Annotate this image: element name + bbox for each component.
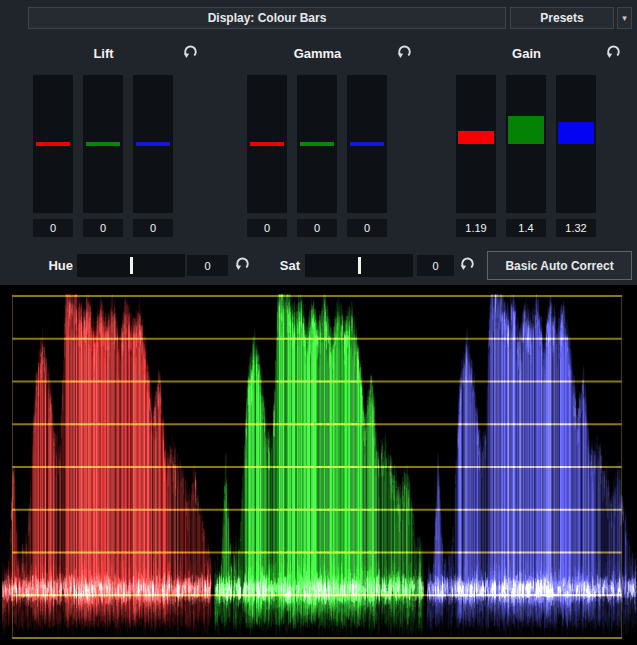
- presets-button[interactable]: Presets: [510, 7, 614, 29]
- gamma-green-value[interactable]: 0: [297, 219, 337, 237]
- basic-auto-correct-label: Basic Auto Correct: [505, 259, 613, 273]
- gain-blue-handle[interactable]: [558, 122, 594, 144]
- lift-section: Lift 0 0 0: [33, 40, 200, 240]
- sat-value[interactable]: 0: [417, 255, 454, 276]
- hue-slider-handle[interactable]: [130, 257, 133, 274]
- gain-reset-button[interactable]: [604, 44, 622, 62]
- lift-blue-value[interactable]: 0: [133, 219, 173, 237]
- reset-icon: [182, 43, 199, 64]
- presets-dropdown-button[interactable]: ▾: [617, 7, 632, 29]
- gamma-reset-button[interactable]: [395, 44, 413, 62]
- hue-slider[interactable]: [77, 254, 185, 277]
- gain-blue-slider[interactable]: [556, 75, 596, 213]
- lift-reset-button[interactable]: [181, 44, 199, 62]
- sat-slider[interactable]: [305, 254, 413, 277]
- gain-green-value[interactable]: 1.4: [506, 219, 546, 237]
- lift-blue-slider[interactable]: [133, 75, 173, 213]
- reset-icon: [459, 255, 476, 276]
- gain-green-handle[interactable]: [508, 116, 544, 144]
- lift-green-handle[interactable]: [86, 142, 120, 146]
- rgb-parade-scope: [0, 285, 637, 645]
- gamma-blue-slider[interactable]: [347, 75, 387, 213]
- waveform-canvas: [0, 285, 637, 645]
- chevron-down-icon: ▾: [622, 13, 627, 23]
- gain-red-value[interactable]: 1.19: [456, 219, 496, 237]
- lift-green-slider[interactable]: [83, 75, 123, 213]
- hue-value[interactable]: 0: [187, 255, 228, 276]
- gamma-green-slider[interactable]: [297, 75, 337, 213]
- reset-icon: [396, 43, 413, 64]
- colour-correction-panel: Display: Colour Bars Presets ▾ Lift 0 0 …: [0, 0, 637, 645]
- hue-label: Hue: [30, 258, 73, 273]
- lift-title: Lift: [33, 46, 174, 61]
- gain-red-slider[interactable]: [456, 75, 496, 213]
- display-mode-button[interactable]: Display: Colour Bars: [28, 7, 506, 29]
- basic-auto-correct-button[interactable]: Basic Auto Correct: [487, 251, 632, 280]
- gain-green-slider[interactable]: [506, 75, 546, 213]
- lift-red-slider[interactable]: [33, 75, 73, 213]
- sat-reset-button[interactable]: [458, 256, 476, 274]
- reset-icon: [605, 43, 622, 64]
- sat-label: Sat: [262, 258, 300, 273]
- lift-red-value[interactable]: 0: [33, 219, 73, 237]
- gamma-red-slider[interactable]: [247, 75, 287, 213]
- lift-blue-handle[interactable]: [136, 142, 170, 146]
- gamma-blue-handle[interactable]: [350, 142, 384, 146]
- gain-red-handle[interactable]: [458, 131, 494, 144]
- lift-green-value[interactable]: 0: [83, 219, 123, 237]
- gamma-blue-value[interactable]: 0: [347, 219, 387, 237]
- display-mode-label: Display: Colour Bars: [208, 11, 327, 25]
- lift-red-handle[interactable]: [36, 142, 70, 146]
- gamma-title: Gamma: [247, 46, 388, 61]
- gain-title: Gain: [456, 46, 597, 61]
- gamma-section: Gamma 0 0 0: [247, 40, 414, 240]
- gain-blue-value[interactable]: 1.32: [556, 219, 596, 237]
- hue-reset-button[interactable]: [233, 256, 251, 274]
- presets-label: Presets: [540, 11, 583, 25]
- reset-icon: [234, 255, 251, 276]
- sat-slider-handle[interactable]: [358, 257, 361, 274]
- gamma-red-handle[interactable]: [250, 142, 284, 146]
- gain-section: Gain 1.19 1.4 1.32: [456, 40, 623, 240]
- gamma-green-handle[interactable]: [300, 142, 334, 146]
- gamma-red-value[interactable]: 0: [247, 219, 287, 237]
